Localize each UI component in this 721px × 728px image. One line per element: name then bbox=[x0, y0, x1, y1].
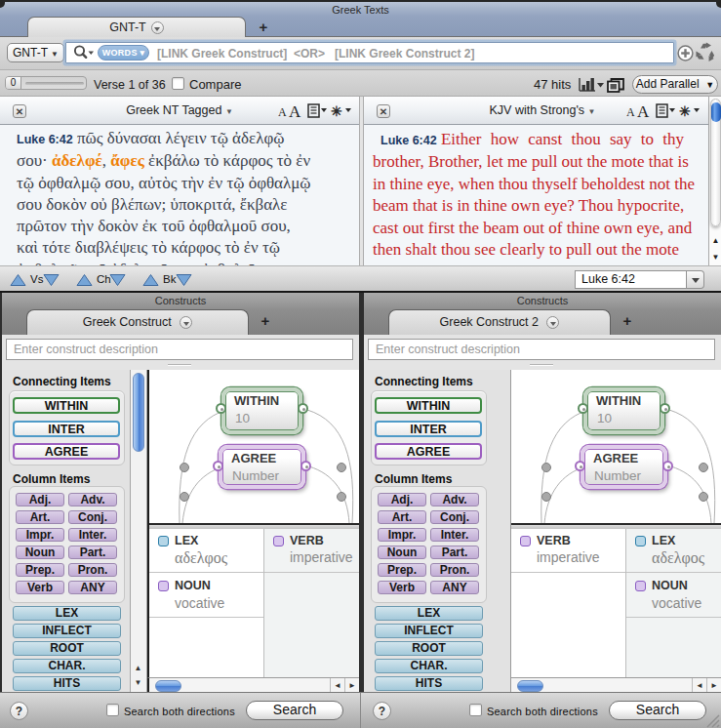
svg-text:A: A bbox=[289, 102, 301, 121]
svg-text:A: A bbox=[626, 105, 635, 119]
svg-text:✳: ✳ bbox=[331, 103, 342, 119]
svg-text:A: A bbox=[278, 105, 287, 119]
svg-text:A: A bbox=[637, 102, 650, 121]
svg-text:✳: ✳ bbox=[679, 103, 691, 119]
